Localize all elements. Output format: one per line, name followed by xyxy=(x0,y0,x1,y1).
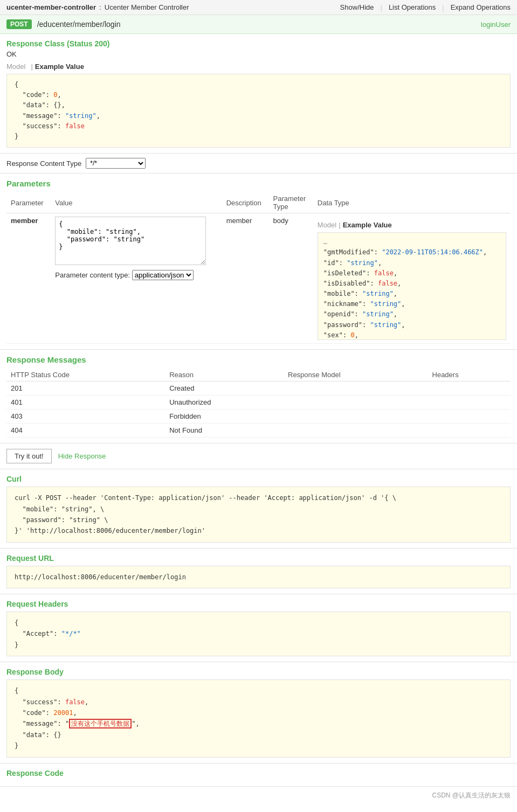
request-url-title: Request URL xyxy=(6,554,511,563)
col-reason: Reason xyxy=(165,369,284,381)
rb-line1: { xyxy=(15,687,18,695)
status-404: 404 xyxy=(6,424,165,438)
list-operations-link[interactable]: List Operations xyxy=(389,3,436,11)
request-url-block: http://localhost:8006/educenter/member/l… xyxy=(6,566,511,588)
status-201: 201 xyxy=(6,381,165,395)
param-row: member { "mobile": "string", "password":… xyxy=(6,213,511,344)
resp-row-401: 401 Unauthorized xyxy=(6,395,511,410)
col-headers: Headers xyxy=(428,369,511,381)
api-header-left: ucenter-member-controller : Ucenter Memb… xyxy=(6,3,189,11)
header-colon: : xyxy=(99,3,101,11)
controller-id: ucenter-member-controller xyxy=(6,3,96,11)
response-class-section: Response Class (Status 200) OK Model | E… xyxy=(0,34,517,154)
curl-section: Curl curl -X POST --header 'Content-Type… xyxy=(0,469,517,549)
resp-row-404: 404 Not Found xyxy=(6,424,511,438)
controller-name: Ucenter Member Controller xyxy=(105,3,189,11)
request-headers-block: { "Accept": "*/*" } xyxy=(6,612,511,656)
parameters-title: Parameters xyxy=(6,179,511,188)
watermark: CSDN @认真生活的灰太狼 xyxy=(0,787,517,804)
rb-line5: "data": {} xyxy=(15,731,61,739)
request-url-section: Request URL http://localhost:8006/educen… xyxy=(0,549,517,594)
response-tabs: Model | Example Value xyxy=(6,63,511,71)
status-401: 401 xyxy=(6,395,165,410)
curl-block: curl -X POST --header 'Content-Type: app… xyxy=(6,487,511,543)
method-badge: POST xyxy=(6,19,32,29)
data-type-example-panel: … "gmtModified": "2022-09-11T05:14:06.46… xyxy=(318,232,506,340)
hide-response-link[interactable]: Hide Response xyxy=(58,452,106,460)
content-type-select[interactable]: */* application/json xyxy=(86,158,146,169)
rb-line3: "code": 20001, xyxy=(15,709,77,717)
response-body-title: Response Body xyxy=(6,668,511,676)
endpoint-row: POST /educenter/member/login loginUser xyxy=(0,15,517,34)
tab-example-value[interactable]: Example Value xyxy=(35,63,84,71)
reason-401: Unauthorized xyxy=(165,395,284,410)
rb-message-highlight: 没有这个手机号数据 xyxy=(69,719,132,728)
tryout-button[interactable]: Try it out! xyxy=(6,449,52,463)
reason-403: Forbidden xyxy=(165,410,284,424)
param-content-type-row: Parameter content type: application/json xyxy=(55,267,217,283)
data-type-tabs: Model | Example Value xyxy=(318,221,506,229)
expand-operations-link[interactable]: Expand Operations xyxy=(451,3,511,11)
col-response-model: Response Model xyxy=(284,369,428,381)
response-messages-section: Response Messages HTTP Status Code Reaso… xyxy=(0,350,517,443)
response-messages-table: HTTP Status Code Reason Response Model H… xyxy=(6,369,511,438)
show-hide-link[interactable]: Show/Hide xyxy=(340,3,374,11)
col-param-type: ParameterType xyxy=(269,192,313,213)
param-type: body xyxy=(269,213,313,344)
parameters-section: Parameters Parameter Value Description P… xyxy=(0,173,517,350)
endpoint-path: /educenter/member/login xyxy=(37,20,121,29)
content-type-row: Response Content Type */* application/js… xyxy=(0,154,517,173)
param-content-type-label: Parameter content type: xyxy=(55,271,130,279)
endpoint-left: POST /educenter/member/login xyxy=(6,19,121,29)
request-url-value: http://localhost:8006/educenter/member/l… xyxy=(15,573,186,581)
col-status-code: HTTP Status Code xyxy=(6,369,165,381)
data-type-model-tab[interactable]: Model xyxy=(318,221,336,229)
col-data-type: Data Type xyxy=(313,192,511,213)
data-type-example-tab[interactable]: Example Value xyxy=(343,221,392,229)
status-403: 403 xyxy=(6,410,165,424)
response-messages-title: Response Messages xyxy=(6,355,511,364)
tryout-row: Try it out! Hide Response xyxy=(0,443,517,469)
col-parameter: Parameter xyxy=(6,192,51,213)
code-brace-open: { xyxy=(15,81,18,88)
separator1: | xyxy=(380,3,382,11)
param-name: member xyxy=(11,217,38,225)
col-description: Description xyxy=(222,192,269,213)
tab-model[interactable]: Model xyxy=(6,63,25,71)
response-code-block: { "code": 0, "data": {}, "message": "str… xyxy=(6,74,511,148)
separator2: | xyxy=(442,3,444,11)
endpoint-tag: loginUser xyxy=(481,20,511,29)
content-type-label: Response Content Type xyxy=(6,159,81,168)
resp-row-201: 201 Created xyxy=(6,381,511,395)
response-code-section: Response Code xyxy=(0,764,517,787)
param-description: member xyxy=(222,213,269,344)
rb-line2: "success": false, xyxy=(15,698,88,706)
response-class-title: Response Class (Status 200) xyxy=(6,39,511,48)
response-body-section: Response Body { "success": false, "code"… xyxy=(0,662,517,763)
col-value: Value xyxy=(51,192,222,213)
api-header: ucenter-member-controller : Ucenter Memb… xyxy=(0,0,517,15)
request-headers-section: Request Headers { "Accept": "*/*" } xyxy=(0,594,517,662)
param-content-type-select[interactable]: application/json xyxy=(132,270,194,280)
resp-row-403: 403 Forbidden xyxy=(6,410,511,424)
rb-line6: } xyxy=(15,742,18,749)
header-actions: Show/Hide | List Operations | Expand Ope… xyxy=(340,3,511,11)
response-body-block: { "success": false, "code": 20001, "mess… xyxy=(6,679,511,757)
reason-404: Not Found xyxy=(165,424,284,438)
reason-201: Created xyxy=(165,381,284,395)
curl-title: Curl xyxy=(6,475,511,483)
param-value-input[interactable]: { "mobile": "string", "password": "strin… xyxy=(55,217,206,265)
response-code-title: Response Code xyxy=(6,769,511,778)
response-ok: OK xyxy=(6,50,511,58)
rb-line4: "message": "没有这个手机号数据", xyxy=(15,719,140,728)
code-brace-close: } xyxy=(15,133,18,140)
request-headers-title: Request Headers xyxy=(6,600,511,608)
params-table: Parameter Value Description ParameterTyp… xyxy=(6,192,511,344)
